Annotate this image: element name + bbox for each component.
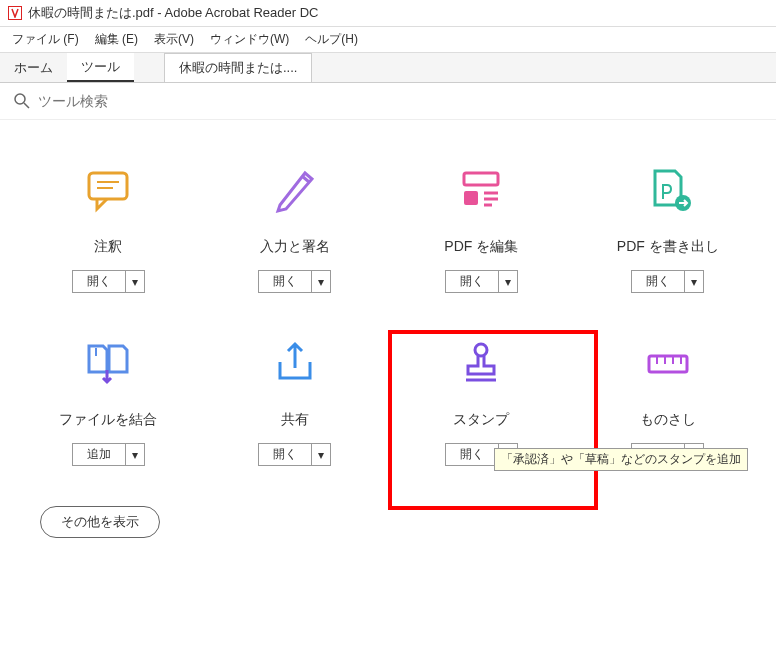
menu-file[interactable]: ファイル (F) <box>4 29 87 50</box>
edit-pdf-icon <box>451 160 511 220</box>
svg-line-1 <box>24 103 29 108</box>
pen-icon <box>265 160 325 220</box>
tool-add-button[interactable]: 追加 ▾ <box>72 443 145 466</box>
caret-down-icon[interactable]: ▾ <box>312 271 330 292</box>
tool-fill-sign[interactable]: 入力と署名 開く ▾ <box>207 160 384 293</box>
tabbar: ホーム ツール 休暇の時間または.... <box>0 53 776 83</box>
menu-edit[interactable]: 編集 (E) <box>87 29 146 50</box>
share-icon <box>265 333 325 393</box>
searchbar <box>0 83 776 120</box>
comment-icon <box>78 160 138 220</box>
tool-open-button[interactable]: 開く ▾ <box>258 270 331 293</box>
tab-tools[interactable]: ツール <box>67 53 134 82</box>
caret-down-icon[interactable]: ▾ <box>312 444 330 465</box>
caret-down-icon[interactable]: ▾ <box>685 271 703 292</box>
tool-open-button[interactable]: 開く ▾ <box>631 270 704 293</box>
tool-label: 入力と署名 <box>260 238 330 256</box>
tool-label: スタンプ <box>453 411 509 429</box>
stamp-tooltip: 「承認済」や「草稿」などのスタンプを追加 <box>494 448 748 471</box>
tool-comment[interactable]: 注釈 開く ▾ <box>20 160 197 293</box>
stamp-icon <box>451 333 511 393</box>
tool-edit-pdf[interactable]: PDF を編集 開く ▾ <box>393 160 570 293</box>
window-title: 休暇の時間または.pdf - Adobe Acrobat Reader DC <box>28 4 318 22</box>
export-pdf-icon <box>638 160 698 220</box>
caret-down-icon[interactable]: ▾ <box>499 271 517 292</box>
search-input[interactable] <box>38 93 238 109</box>
tab-home[interactable]: ホーム <box>0 53 67 82</box>
tool-label: ものさし <box>640 411 696 429</box>
combine-icon <box>78 333 138 393</box>
ruler-icon <box>638 333 698 393</box>
tool-label: 注釈 <box>94 238 122 256</box>
menu-window[interactable]: ウィンドウ(W) <box>202 29 297 50</box>
tool-open-button[interactable]: 開く ▾ <box>258 443 331 466</box>
svg-rect-6 <box>464 173 498 185</box>
tool-label: 共有 <box>281 411 309 429</box>
tool-measure[interactable]: ものさし 開く ▾ <box>580 333 757 466</box>
tool-export-pdf[interactable]: PDF を書き出し 開く ▾ <box>580 160 757 293</box>
tool-stamp[interactable]: スタンプ 開く ▾ <box>393 333 570 466</box>
svg-point-12 <box>475 344 487 356</box>
tool-open-button[interactable]: 開く ▾ <box>445 270 518 293</box>
svg-rect-2 <box>89 173 127 199</box>
svg-rect-7 <box>464 191 478 205</box>
tool-label: PDF を編集 <box>444 238 518 256</box>
menubar: ファイル (F) 編集 (E) 表示(V) ウィンドウ(W) ヘルプ(H) <box>0 27 776 53</box>
caret-down-icon[interactable]: ▾ <box>126 271 144 292</box>
tool-combine[interactable]: ファイルを結合 追加 ▾ <box>20 333 197 466</box>
svg-point-0 <box>15 94 25 104</box>
app-icon <box>8 6 22 20</box>
titlebar: 休暇の時間または.pdf - Adobe Acrobat Reader DC <box>0 0 776 27</box>
tool-label: PDF を書き出し <box>617 238 719 256</box>
menu-help[interactable]: ヘルプ(H) <box>297 29 366 50</box>
tool-share[interactable]: 共有 開く ▾ <box>207 333 384 466</box>
show-more-button[interactable]: その他を表示 <box>40 506 160 538</box>
tool-open-button[interactable]: 開く ▾ <box>72 270 145 293</box>
search-icon <box>12 91 32 111</box>
caret-down-icon[interactable]: ▾ <box>126 444 144 465</box>
tool-label: ファイルを結合 <box>59 411 157 429</box>
tools-area: 注釈 開く ▾ 入力と署名 開く ▾ PDF を編集 開く <box>0 120 776 558</box>
tab-document[interactable]: 休暇の時間または.... <box>164 53 312 82</box>
menu-view[interactable]: 表示(V) <box>146 29 202 50</box>
